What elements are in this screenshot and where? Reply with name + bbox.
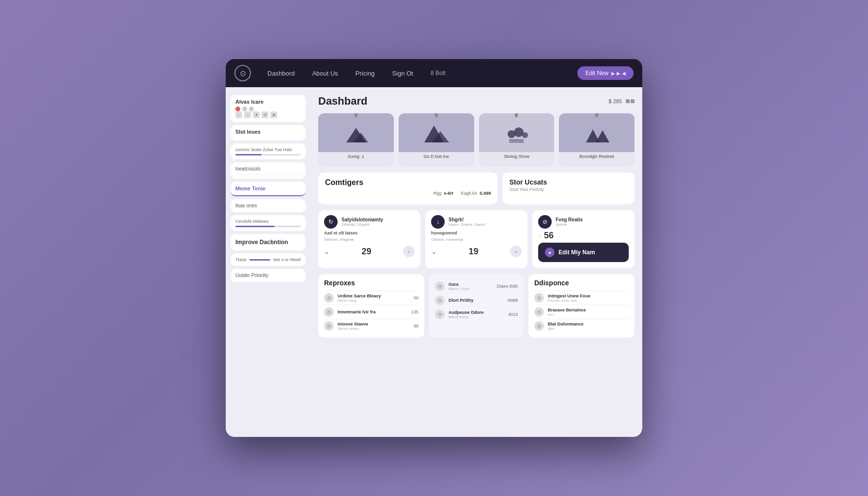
stat2: Eaglt.54 S.699 xyxy=(461,191,491,196)
photo-card-3[interactable]: Bcnralgln Reatnet xyxy=(559,113,635,167)
act-info-2: Fveg Reatis Jsome xyxy=(556,217,629,227)
stat1-label: Rgg xyxy=(434,191,442,196)
sidebar-priority[interactable]: Uutder Priioriity xyxy=(231,269,306,282)
computers-title: Comtigers xyxy=(325,178,491,187)
computers-stats: Rgg s-6rt Eaglt.54 S.699 xyxy=(325,191,491,196)
nav-item-dashboard[interactable]: Dashbord xyxy=(259,67,303,80)
report-icon-0: ◷ xyxy=(324,293,334,303)
blank-report-item-1[interactable]: ◷ Dlort Priithy -0088 xyxy=(435,293,518,307)
activity-card-1: ↓ Shgrk! Laocs. Soamt. Gaont honegowred … xyxy=(425,210,527,268)
blank-report-val-1: -0088 xyxy=(507,298,518,303)
nav-item-about[interactable]: About Us xyxy=(303,67,346,80)
blank-report-item-0[interactable]: ◷ Gara Marvl ! Doirr Dlaire t590 xyxy=(435,279,518,293)
act-sub-2: Jsome xyxy=(556,222,629,227)
sidebar-item-slot[interactable]: Slot leues xyxy=(231,125,306,140)
sidebar-item-cendofe[interactable]: Cendofe Mebees xyxy=(231,215,306,231)
perf-name-1: Braeave Bertaince xyxy=(548,308,629,312)
mountain-svg-0 xyxy=(341,121,371,145)
perf-icon-2: ◷ xyxy=(534,321,544,331)
sidebar-comms-text: comms 3eate Zulse Tue Halo xyxy=(235,147,301,152)
report-info-2: Inioove Staeve Sdrcrr aireln xyxy=(338,322,410,331)
sidebar-task[interactable]: Ttasa twe o w nttwel xyxy=(231,253,306,266)
perf-info-0: Intmgest Unew Foue Frocex orolo harr xyxy=(548,294,629,303)
perf-info-1: Braeave Bertaince lm.t xyxy=(548,308,629,317)
alvas-icon-5[interactable]: ⊕ xyxy=(270,111,277,118)
report-icon-2: ◷ xyxy=(324,321,334,331)
svg-point-6 xyxy=(522,132,528,138)
perf-item-0[interactable]: ◷ Intmgest Unew Foue Frocex orolo harr xyxy=(534,291,629,305)
sidebar-priority-text: Uutder Priioriity xyxy=(235,273,301,278)
sidebar-item-comms[interactable]: comms 3eate Zulse Tue Halo xyxy=(231,143,306,159)
activity-row: ↻ Satyidslotoniamty 2rfteralt. 1Gpsht Aa… xyxy=(318,210,635,268)
blank-report-icon-2: ◷ xyxy=(435,310,445,319)
report-item-1[interactable]: ◷ Innemnarte lvir fra 135 xyxy=(324,305,418,319)
act-count-2: 56 xyxy=(544,231,554,241)
sidebar-improve[interactable]: Improve Dacbntion xyxy=(231,234,306,250)
store-updates-card: Stor Ucsats Sout Your Portcity xyxy=(502,172,635,204)
sidebar-cendofe-slider xyxy=(235,226,301,227)
perf-item-2[interactable]: ◷ Blat Dolonmance dbn xyxy=(534,319,629,333)
blank-report-val-2: 4013 xyxy=(508,312,518,317)
grid-icon[interactable] xyxy=(626,99,635,103)
act-desc-sub-0: Seficion. Wagrwe xyxy=(324,237,415,242)
sidebar: Alvas Icare ← → ✦ ↺ ⊕ Slot leues co xyxy=(226,87,310,437)
sidebar-task-row: Ttasa twe o w nttwel xyxy=(235,257,301,262)
act-toggle-1[interactable]: ○ xyxy=(510,246,522,257)
perf-icon-0: ◷ xyxy=(534,293,544,303)
nav-logo[interactable]: ⊙ xyxy=(234,65,251,81)
act-sub-0: 2rfteralt. 1Gpsht xyxy=(341,222,415,227)
alvas-icon-1[interactable]: ← xyxy=(235,111,242,118)
sidebar-item-meme[interactable]: Meme Tenie xyxy=(231,182,306,196)
edit-new-button[interactable]: Edit New ▶ ▶ ◀ xyxy=(577,66,634,80)
sidebar-alvas-icons: ← → ✦ ↺ ⊕ xyxy=(235,111,301,118)
mountain-svg-2 xyxy=(502,121,531,145)
sidebar-task-label: Ttasa xyxy=(235,257,247,262)
report-val-0: 00 xyxy=(414,295,418,300)
sidebar-task-detail: twe o w nttwel xyxy=(273,257,301,262)
edit-arrows-icon: ▶ ▶ ◀ xyxy=(611,71,626,76)
blank-report-sub-2: Mhcft thdvo xyxy=(449,315,504,319)
act-name-2: Fveg Reatis xyxy=(556,217,629,222)
sidebar-item-alvas[interactable]: Alvas Icare ← → ✦ ↺ ⊕ xyxy=(231,95,306,122)
card-pin-1 xyxy=(435,113,438,116)
perf-title: Ddisponce xyxy=(534,279,629,287)
act-desc-sub-1: Ctasnis. rovnsenar xyxy=(431,237,522,242)
computers-card: Comtigers Rgg s-6rt Eaglt.54 S.699 xyxy=(318,172,497,204)
perf-name-2: Blat Dolonmance xyxy=(548,322,629,326)
blank-report-info-2: Audpeuse Odore Mhcft thdvo xyxy=(449,310,504,319)
sidebar-item-loeat[interactable]: loeatcissols xyxy=(231,162,306,179)
stat1: Rgg s-6rt xyxy=(434,191,453,196)
photo-card-label-2: Sbolog Show xyxy=(479,152,555,161)
alvas-icon-3[interactable]: ✦ xyxy=(253,111,260,118)
act-count-1: 19 xyxy=(468,247,478,257)
photo-card-2[interactable]: Sbolog Show xyxy=(479,113,555,167)
dashboard-title: Dashbard xyxy=(318,95,367,108)
perf-item-1[interactable]: ◷ Braeave Bertaince lm.t xyxy=(534,305,629,319)
reports-card-blank: ◷ Gara Marvl ! Doirr Dlaire t590 ◷ Dlort… xyxy=(429,274,524,338)
photo-card-0[interactable]: Sureg. 1 xyxy=(318,113,394,167)
grid-dot-1 xyxy=(626,99,630,103)
report-item-0[interactable]: ◷ Urdime Sarce Bleacy Nterm fony 00 xyxy=(324,291,418,305)
nav-item-bolt[interactable]: 8 Bolt xyxy=(422,67,454,79)
blank-report-item-2[interactable]: ◷ Audpeuse Odore Mhcft thdvo 4013 xyxy=(435,307,518,321)
alvas-icon-2[interactable]: → xyxy=(244,111,251,118)
act-toggle-0[interactable]: ○ xyxy=(403,246,415,257)
nav-item-pricing[interactable]: Pricing xyxy=(347,67,384,80)
sidebar-loeat-text: loeatcissols xyxy=(235,166,301,171)
svg-marker-9 xyxy=(596,130,609,142)
act-desc-1: honegowred xyxy=(431,231,522,235)
sidebar-item-lisas[interactable]: lisas ones xyxy=(231,199,306,212)
blank-report-info-1: Dlort Priithy xyxy=(449,298,503,303)
sidebar-cendofe-text: Cendofe Mebees xyxy=(235,219,301,224)
sidebar-lisas-text: lisas ones xyxy=(235,203,301,208)
photo-card-img-0 xyxy=(318,113,394,152)
reports-title: Reproxes xyxy=(324,279,418,287)
blank-report-icon-1: ◷ xyxy=(435,295,445,305)
edit-program-button[interactable]: ● Edit Miy Nam xyxy=(538,243,629,262)
report-item-2[interactable]: ◷ Inioove Staeve Sdrcrr aireln 96 xyxy=(324,319,418,333)
card-pin-2 xyxy=(515,113,518,116)
photo-card-1[interactable]: Go D lost ine xyxy=(399,113,474,167)
alvas-icon-4[interactable]: ↺ xyxy=(262,111,268,118)
nav-item-signout[interactable]: Sign Ot xyxy=(384,67,422,80)
photo-card-label-1: Go D lost ine xyxy=(399,152,474,161)
